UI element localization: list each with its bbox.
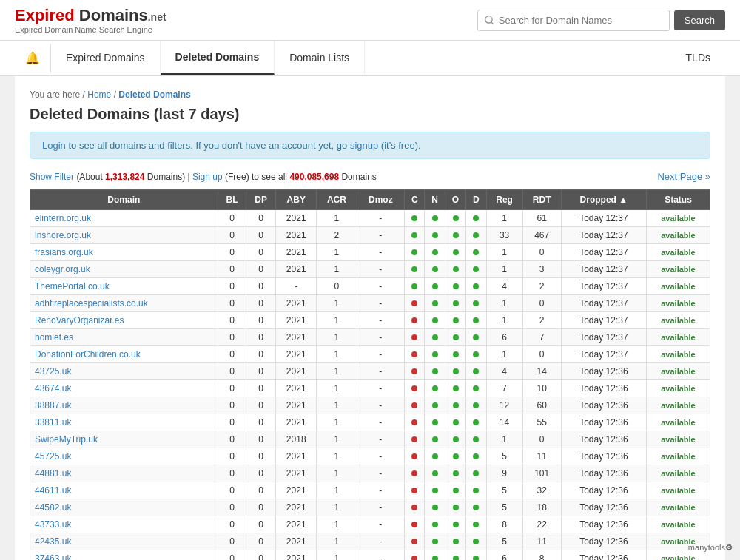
domain-link[interactable]: ThemePortal.co.uk bbox=[35, 281, 110, 291]
col-dp[interactable]: DP bbox=[246, 190, 276, 210]
domain-link[interactable]: coleygr.org.uk bbox=[35, 264, 90, 274]
logo-title: Expired Domains.net bbox=[15, 6, 166, 25]
cell-dmoz: - bbox=[357, 380, 405, 397]
domain-link[interactable]: homlet.es bbox=[35, 332, 73, 343]
nav-expired-domains[interactable]: Expired Domains bbox=[51, 41, 161, 74]
domain-link[interactable]: 43725.uk bbox=[35, 366, 71, 377]
domain-link[interactable]: 33811.uk bbox=[35, 417, 71, 428]
filter-signup-link[interactable]: Sign up bbox=[192, 172, 223, 182]
cell-rdt: 0 bbox=[522, 295, 561, 312]
cell-rdt: 55 bbox=[522, 414, 561, 431]
cell-rdt: 11 bbox=[522, 448, 561, 465]
cell-d bbox=[466, 533, 486, 550]
cell-acr: 1 bbox=[317, 397, 357, 414]
col-aby[interactable]: ABY bbox=[276, 190, 317, 210]
col-n[interactable]: N bbox=[425, 190, 445, 210]
cell-dropped: Today 12:37 bbox=[561, 210, 646, 227]
cell-rdt: 11 bbox=[522, 533, 561, 550]
login-link[interactable]: Login bbox=[42, 140, 66, 151]
col-bl[interactable]: BL bbox=[218, 190, 246, 210]
domain-link[interactable]: 42435.uk bbox=[35, 536, 71, 547]
dot-green bbox=[453, 232, 459, 238]
cell-domain: frasians.org.uk bbox=[30, 244, 218, 261]
cell-dp: 0 bbox=[246, 329, 276, 346]
domain-link[interactable]: RenoVaryOrganizar.es bbox=[35, 315, 124, 325]
cell-dp: 0 bbox=[246, 550, 276, 561]
domain-link[interactable]: 44881.uk bbox=[35, 468, 71, 479]
col-reg[interactable]: Reg bbox=[486, 190, 522, 210]
domain-link[interactable]: adhfireplacespecialists.co.uk bbox=[35, 298, 148, 308]
col-o[interactable]: O bbox=[445, 190, 465, 210]
cell-dropped: Today 12:37 bbox=[561, 312, 646, 329]
table-row: 44881.uk 0 0 2021 1 - 9 101 Today 12:36 … bbox=[30, 465, 710, 482]
dot-green bbox=[473, 453, 479, 459]
nav-bell-icon[interactable]: 🔔 bbox=[15, 44, 51, 72]
col-dropped[interactable]: Dropped ▲ bbox=[561, 190, 646, 210]
col-d[interactable]: D bbox=[466, 190, 486, 210]
status-badge: available bbox=[661, 418, 695, 427]
domain-link[interactable]: 38887.uk bbox=[35, 400, 71, 411]
cell-aby: 2021 bbox=[276, 482, 317, 499]
col-dmoz[interactable]: Dmoz bbox=[357, 190, 405, 210]
domain-link[interactable]: 43674.uk bbox=[35, 383, 71, 394]
col-acr[interactable]: ACR bbox=[317, 190, 357, 210]
dot-green bbox=[411, 215, 417, 221]
dot-green bbox=[453, 402, 459, 408]
domain-link[interactable]: 43733.uk bbox=[35, 519, 71, 530]
domain-link[interactable]: frasians.org.uk bbox=[35, 247, 93, 257]
col-c[interactable]: C bbox=[405, 190, 425, 210]
cell-status: available bbox=[646, 516, 710, 533]
search-input[interactable] bbox=[477, 10, 670, 31]
nav-domain-lists[interactable]: Domain Lists bbox=[275, 41, 365, 74]
col-status[interactable]: Status bbox=[646, 190, 710, 210]
cell-dmoz: - bbox=[357, 414, 405, 431]
cell-d bbox=[466, 363, 486, 380]
cell-c bbox=[405, 482, 425, 499]
col-rdt[interactable]: RDT bbox=[522, 190, 561, 210]
show-filter-link[interactable]: Show Filter bbox=[30, 172, 74, 182]
breadcrumb-home-link[interactable]: Home bbox=[87, 90, 111, 100]
table-row: coleygr.org.uk 0 0 2021 1 - 1 3 Today 12… bbox=[30, 261, 710, 278]
domain-link[interactable]: SwipeMyTrip.uk bbox=[35, 434, 98, 445]
domain-link[interactable]: 44582.uk bbox=[35, 502, 71, 513]
cell-aby: 2021 bbox=[276, 533, 317, 550]
dot-green bbox=[432, 232, 438, 238]
cell-domain: lnshore.org.uk bbox=[30, 227, 218, 244]
cell-c bbox=[405, 414, 425, 431]
cell-bl: 0 bbox=[218, 499, 246, 516]
domain-link[interactable]: DonationForChildren.co.uk bbox=[35, 349, 141, 360]
cell-bl: 0 bbox=[218, 380, 246, 397]
next-page-top[interactable]: Next Page » bbox=[657, 171, 710, 182]
cell-domain: 45725.uk bbox=[30, 448, 218, 465]
cell-c bbox=[405, 516, 425, 533]
domain-link[interactable]: lnshore.org.uk bbox=[35, 230, 91, 240]
cell-rdt: 2 bbox=[522, 278, 561, 295]
signup-link[interactable]: signup bbox=[350, 140, 378, 151]
dot-green bbox=[453, 505, 459, 510]
dot-green bbox=[473, 385, 479, 391]
search-button[interactable]: Search bbox=[674, 10, 725, 30]
cell-o bbox=[445, 465, 465, 482]
dot-red bbox=[411, 385, 417, 391]
cell-c bbox=[405, 499, 425, 516]
cell-dropped: Today 12:36 bbox=[561, 363, 646, 380]
cell-dropped: Today 12:36 bbox=[561, 414, 646, 431]
cell-dmoz: - bbox=[357, 295, 405, 312]
nav-deleted-domains[interactable]: Deleted Domains bbox=[161, 41, 275, 75]
cell-status: available bbox=[646, 482, 710, 499]
cell-dp: 0 bbox=[246, 346, 276, 363]
domain-link[interactable]: 37463.uk bbox=[35, 553, 71, 560]
cell-dp: 0 bbox=[246, 482, 276, 499]
nav-tlds[interactable]: TLDs bbox=[671, 44, 725, 71]
domain-link[interactable]: 45725.uk bbox=[35, 451, 71, 462]
cell-reg: 1 bbox=[486, 431, 522, 448]
domain-link[interactable]: elintern.org.uk bbox=[35, 213, 91, 223]
cell-aby: 2021 bbox=[276, 550, 317, 561]
cell-bl: 0 bbox=[218, 482, 246, 499]
cell-acr: 0 bbox=[317, 278, 357, 295]
table-row: 43674.uk 0 0 2021 1 - 7 10 Today 12:36 a… bbox=[30, 380, 710, 397]
cell-n bbox=[425, 312, 445, 329]
col-domain[interactable]: Domain bbox=[30, 190, 218, 210]
domain-link[interactable]: 44611.uk bbox=[35, 485, 71, 496]
cell-o bbox=[445, 210, 465, 227]
